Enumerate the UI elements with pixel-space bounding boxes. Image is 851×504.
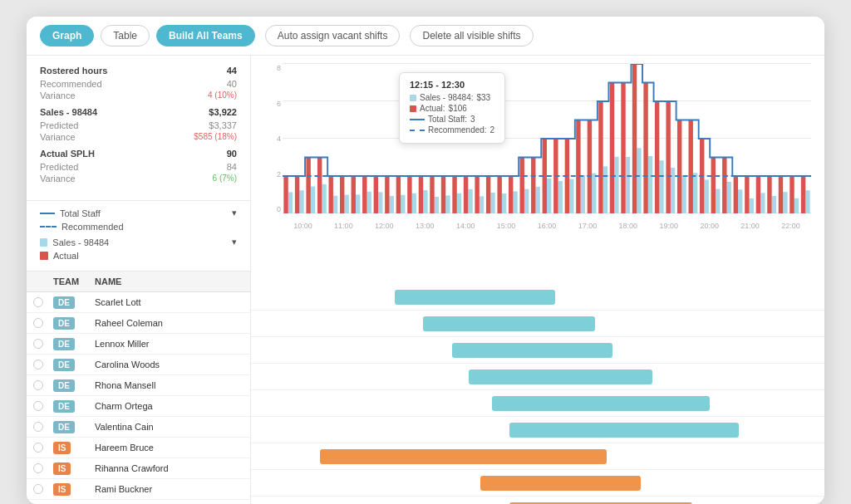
- actual-bar: [531, 158, 535, 214]
- actual-bar: [396, 176, 401, 213]
- row-checkbox[interactable]: [33, 401, 43, 411]
- sales-group: Sales - 98484 $3,922 Predicted $3,337 Va…: [40, 107, 237, 142]
- actual-bar: [722, 158, 726, 214]
- sales-bar: [288, 192, 293, 213]
- table-row[interactable]: IS Rami Buckner: [27, 479, 250, 500]
- actual-bar: [306, 158, 310, 214]
- row-checkbox[interactable]: [33, 360, 43, 369]
- row-checkbox[interactable]: [33, 463, 43, 473]
- row-checkbox[interactable]: [33, 380, 43, 390]
- sales-bar: [412, 193, 416, 213]
- legend-recommended: Recommended: [40, 222, 237, 232]
- actual-bar-icon: [40, 252, 48, 260]
- gantt-rows-container: [251, 284, 824, 504]
- actual-bar: [632, 64, 637, 213]
- sales-bar: [727, 182, 731, 213]
- splh-label: Actual SPLH: [40, 149, 95, 159]
- actual-bar: [520, 158, 524, 214]
- table-row[interactable]: DE Scarlet Lott: [27, 292, 250, 313]
- actual-bar: [734, 176, 738, 213]
- actual-bar: [655, 101, 659, 213]
- bar-chart-svg: [283, 64, 811, 213]
- legend-sales: Sales - 98484 ▾: [40, 237, 237, 247]
- gantt-bar-5[interactable]: [509, 423, 739, 438]
- tab-table[interactable]: Table: [101, 25, 150, 46]
- team-badge: IS: [53, 462, 71, 475]
- rostered-hours-group: Rostered hours 44 Recommended 40 Varianc…: [40, 66, 237, 100]
- actual-bar: [317, 158, 322, 214]
- table-row[interactable]: DE Charm Ortega: [27, 396, 250, 417]
- table-row[interactable]: DE Lennox Miller: [27, 334, 250, 355]
- sales-bar: [760, 193, 765, 213]
- build-all-teams-button[interactable]: Build All Teams: [156, 25, 255, 46]
- total-staff-line-icon: [40, 213, 55, 214]
- staff-name: Scarlet Lott: [95, 297, 243, 307]
- auto-assign-button[interactable]: Auto assign vacant shifts: [265, 25, 401, 46]
- y-label-8: 8: [259, 64, 281, 72]
- legend-section: Total Staff ▾ Recommended Sales - 98484 …: [27, 201, 250, 272]
- legend-actual: Actual: [40, 251, 237, 261]
- gantt-bar-4[interactable]: [492, 396, 710, 411]
- actual-bar: [711, 158, 716, 214]
- total-staff-dropdown[interactable]: Total Staff ▾: [60, 208, 237, 218]
- gantt-bar-3[interactable]: [469, 369, 652, 384]
- recommended-line-icon: [40, 226, 57, 228]
- table-row[interactable]: DE Rhona Mansell: [27, 375, 250, 396]
- gantt-row: [251, 497, 824, 504]
- row-checkbox[interactable]: [33, 297, 43, 307]
- sales-value: $3,922: [209, 107, 237, 119]
- tab-graph[interactable]: Graph: [40, 25, 94, 46]
- check-col-header: [33, 276, 53, 286]
- row-checkbox[interactable]: [33, 443, 43, 453]
- row-checkbox[interactable]: [33, 339, 43, 349]
- gantt-bar-0[interactable]: [395, 290, 555, 305]
- sales-bar: [581, 176, 585, 213]
- sales-bar: [671, 168, 675, 213]
- table-row[interactable]: DE Carolina Woods: [27, 355, 250, 375]
- sales-bar: [750, 198, 754, 213]
- row-checkbox[interactable]: [33, 422, 43, 432]
- splh-value: 90: [227, 149, 237, 160]
- table-row[interactable]: IS Hareem Bruce: [27, 438, 250, 458]
- table-row[interactable]: DE Valentina Cain: [27, 417, 250, 438]
- team-badge: DE: [53, 338, 75, 350]
- actual-bar: [295, 176, 299, 213]
- recommended-value: 40: [227, 79, 237, 89]
- table-row[interactable]: IS Saim Mclellan: [27, 500, 250, 504]
- staff-name: Rihanna Crawford: [95, 463, 243, 473]
- sales-bar: [704, 179, 708, 213]
- actual-bar: [441, 176, 445, 213]
- name-col-header: NAME: [95, 276, 243, 286]
- row-checkbox[interactable]: [33, 484, 43, 494]
- sales-bar: [457, 193, 461, 213]
- recommended-label: Recommended: [40, 79, 102, 89]
- team-col-header: TEAM: [53, 276, 95, 286]
- sales-variance-label: Variance: [40, 132, 76, 142]
- staff-name: Lennox Miller: [95, 339, 243, 349]
- row-checkbox[interactable]: [33, 318, 43, 328]
- gantt-row: [251, 390, 824, 417]
- actual-bar: [419, 176, 423, 213]
- sales-bar: [524, 189, 529, 213]
- chart-panel: 0 2 4 6 8 Staff Count: [251, 56, 824, 504]
- gantt-row: [251, 443, 824, 470]
- delete-shifts-button[interactable]: Delete all visible shifts: [410, 25, 533, 46]
- sales-dropdown[interactable]: Sales - 98484 ▾: [52, 237, 237, 247]
- gantt-bar-6[interactable]: [320, 449, 607, 464]
- splh-predicted-label: Predicted: [40, 162, 78, 172]
- team-badge: IS: [53, 442, 71, 454]
- actual-legend-label: Actual: [53, 251, 79, 261]
- sales-bar: [513, 191, 517, 213]
- splh-group: Actual SPLH 90 Predicted 84 Variance 6 (…: [40, 149, 237, 183]
- table-row[interactable]: IS Rihanna Crawford: [27, 458, 250, 479]
- sales-bar: [772, 196, 776, 213]
- table-row[interactable]: DE Raheel Coleman: [27, 313, 250, 334]
- rostered-hours-value: 44: [227, 66, 237, 77]
- gantt-bar-2[interactable]: [452, 343, 612, 358]
- sales-bar: [344, 195, 348, 213]
- sales-dropdown-arrow-icon: ▾: [232, 237, 237, 247]
- sales-bar: [569, 179, 573, 213]
- gantt-bar-1[interactable]: [423, 316, 595, 331]
- sales-bar: [783, 192, 787, 213]
- gantt-bar-7[interactable]: [480, 476, 641, 491]
